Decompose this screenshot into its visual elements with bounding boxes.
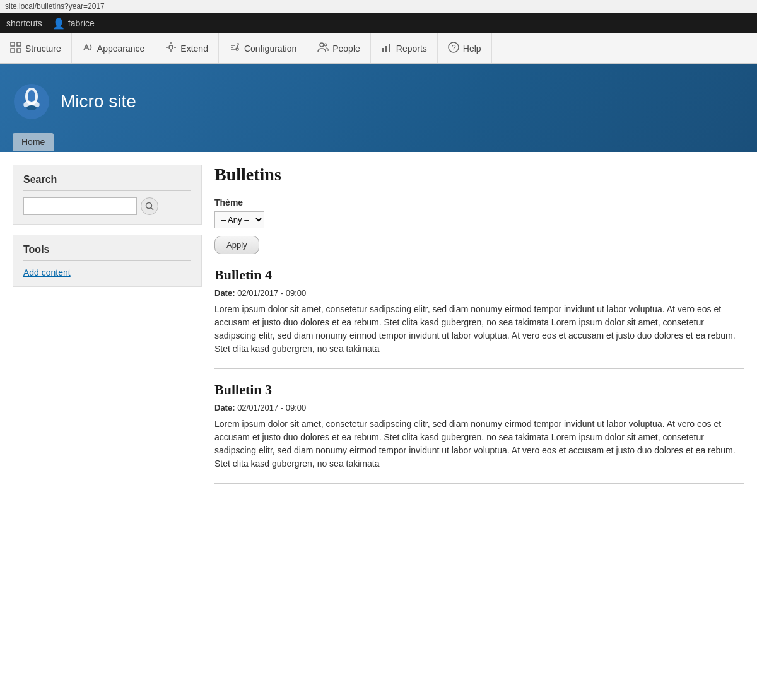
svg-text:?: ? [452,44,456,52]
reports-icon [381,42,392,55]
appearance-icon [82,42,93,55]
svg-point-26 [146,203,152,209]
bulletin-title: Bulletin 4 [214,267,744,283]
svg-rect-17 [389,44,390,52]
hero-section: Micro site Home [0,64,757,152]
search-block: Search [13,165,202,225]
url-text: site.local/bulletins?year=2017 [5,2,105,11]
nav-bar: Structure Appearance Extend [0,33,757,64]
search-input[interactable] [23,197,137,215]
site-header: Micro site [13,83,744,120]
username-label[interactable]: fabrice [68,18,95,28]
main-layout: Search Tools Add content Bulletins Thème… [0,152,757,509]
bulletin-item: Bulletin 3 Date: 02/01/2017 - 09:00 Lore… [214,382,744,484]
nav-item-appearance[interactable]: Appearance [72,33,156,63]
nav-item-help[interactable]: ? Help [438,33,492,63]
content-area: Bulletins Thème – Any – Apply Bulletin 4… [214,165,744,496]
nav-item-configuration[interactable]: Configuration [219,33,307,63]
user-info: 👤 fabrice [52,18,95,30]
svg-rect-15 [382,48,384,52]
bulletin-title: Bulletin 3 [214,382,744,398]
nav-item-extend[interactable]: Extend [155,33,219,63]
nav-reports-label: Reports [396,44,427,54]
nav-people-label: People [332,44,360,54]
nav-extend-label: Extend [180,44,208,54]
sidebar: Search Tools Add content [13,165,202,496]
people-icon [317,42,329,55]
page-title: Bulletins [214,165,744,185]
url-bar: site.local/bulletins?year=2017 [0,0,757,13]
nav-appearance-label: Appearance [97,44,145,54]
extend-icon [165,42,177,55]
structure-icon [10,42,21,55]
admin-bar: shortcuts 👤 fabrice [0,13,757,33]
tools-block-title: Tools [23,244,191,261]
add-content-link[interactable]: Add content [23,267,71,277]
svg-point-9 [236,48,238,50]
bulletin-item: Bulletin 4 Date: 02/01/2017 - 09:00 Lore… [214,267,744,369]
help-icon: ? [448,42,459,55]
shortcuts-label[interactable]: shortcuts [6,18,42,28]
search-form [23,197,191,215]
nav-item-structure[interactable]: Structure [0,33,72,63]
svg-point-13 [320,43,324,47]
svg-rect-16 [385,46,387,52]
bulletin-body: Lorem ipsum dolor sit amet, consetetur s… [214,417,744,470]
nav-configuration-label: Configuration [244,44,296,54]
apply-button[interactable]: Apply [214,236,259,254]
site-title: Micro site [61,91,136,112]
theme-filter-select[interactable]: – Any – [214,211,264,228]
user-icon: 👤 [52,18,65,30]
filter-section: Thème – Any – Apply [214,197,744,254]
bulletins-list: Bulletin 4 Date: 02/01/2017 - 09:00 Lore… [214,267,744,484]
bulletin-date: Date: 02/01/2017 - 09:00 [214,288,744,298]
nav-help-label: Help [463,44,481,54]
filter-label: Thème [214,197,744,207]
svg-rect-2 [11,49,15,52]
search-block-title: Search [23,174,191,191]
bulletin-date: Date: 02/01/2017 - 09:00 [214,403,744,412]
svg-line-27 [151,208,154,211]
nav-structure-label: Structure [25,44,61,54]
tools-block: Tools Add content [13,235,202,287]
svg-point-4 [169,45,173,49]
svg-rect-3 [17,49,21,52]
search-button[interactable] [141,197,158,215]
bulletin-body: Lorem ipsum dolor sit amet, consetetur s… [214,303,744,356]
svg-point-25 [26,105,37,110]
svg-rect-1 [17,42,21,46]
site-logo [13,83,50,120]
configuration-icon [229,42,240,55]
svg-rect-0 [11,42,15,46]
nav-item-people[interactable]: People [307,33,371,63]
home-tab[interactable]: Home [13,133,54,151]
svg-point-14 [324,44,327,46]
nav-item-reports[interactable]: Reports [371,33,438,63]
